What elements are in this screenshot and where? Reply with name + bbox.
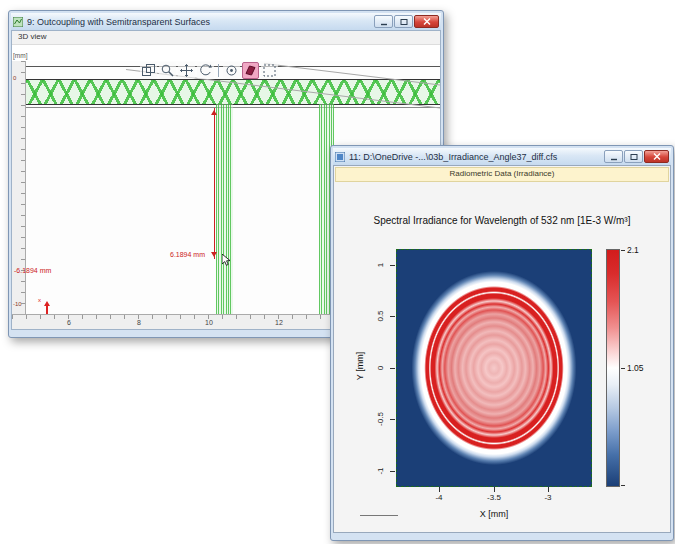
chart-title: Spectral Irradiance for Wavelength of 53… — [334, 215, 670, 226]
y-tick-label: -1 — [376, 461, 388, 481]
close-button[interactable] — [414, 15, 439, 28]
rotate-icon[interactable] — [197, 62, 214, 79]
plot-area: Y [mm] 1 0.5 0 -0.5 -1 -4 -3 — [334, 239, 670, 529]
measurement-value-left: -6.1894 mm — [14, 267, 51, 274]
axis-x-label: x — [38, 297, 41, 303]
x-axis-label: X [mm] — [396, 509, 592, 519]
result-content: Spectral Irradiance for Wavelength of 53… — [334, 199, 670, 532]
copy-view-icon[interactable] — [140, 62, 157, 79]
y-tick-mark — [390, 368, 395, 369]
window-irradiance: 11: D:\OneDrive -...\03b_Irradiance_Angl… — [330, 145, 674, 541]
y-tick-mark — [390, 471, 395, 472]
y-tick-label: 0.5 — [376, 306, 388, 326]
maximize-button[interactable] — [624, 150, 643, 163]
x-tick-mark — [494, 487, 495, 492]
marquee-selection-icon[interactable] — [261, 62, 278, 79]
window-icon — [335, 152, 345, 162]
coordinate-axes: x z — [34, 297, 68, 315]
view-toolbar — [140, 61, 278, 79]
colorbar-tick-mark — [621, 368, 625, 369]
x-tick-mark — [548, 487, 549, 492]
minimize-button[interactable] — [604, 150, 623, 163]
radiometric-data-banner: Radiometric Data (Irradiance) — [335, 167, 669, 182]
maximize-button[interactable] — [394, 15, 413, 28]
h-ruler-tick: 12 — [271, 319, 287, 326]
h-ruler-tick: 8 — [131, 319, 147, 326]
y-tick-mark — [390, 316, 395, 317]
titlebar-ray-window[interactable]: 9: Outcoupling with Semitransparent Surf… — [11, 13, 441, 30]
window-title: 11: D:\OneDrive -...\03b_Irradiance_Angl… — [349, 152, 600, 162]
colorbar-tick-mark — [621, 485, 625, 486]
y-tick-label: 1 — [376, 255, 388, 275]
x-tick-label: -4 — [422, 493, 456, 502]
h-ruler-tick: 6 — [61, 319, 77, 326]
y-tick-label: 0 — [376, 358, 388, 378]
window-title: 9: Outcoupling with Semitransparent Surf… — [27, 17, 370, 27]
fit-view-icon[interactable] — [223, 62, 240, 79]
y-tick-mark — [390, 419, 395, 420]
h-ruler-tick: 10 — [201, 319, 217, 326]
ruler-unit-label: [mm] — [13, 52, 27, 59]
mouse-cursor — [222, 254, 232, 266]
y-tick-mark — [390, 265, 395, 266]
zoom-icon[interactable] — [159, 62, 176, 79]
measurement-line — [214, 108, 215, 259]
minimize-button[interactable] — [374, 15, 393, 28]
colorbar-mid-label: 1.05 — [627, 363, 644, 373]
select-region-icon[interactable] — [242, 62, 259, 79]
vertical-ruler: 0 -10 — [12, 61, 26, 315]
measurement-value: 6.1894 mm — [170, 251, 205, 258]
colorbar — [606, 249, 620, 487]
irradiance-heatmap[interactable] — [396, 249, 592, 487]
titlebar-irradiance-window[interactable]: 11: D:\OneDrive -...\03b_Irradiance_Angl… — [333, 148, 671, 165]
view-menu[interactable]: 3D view — [12, 31, 440, 45]
x-tick-label: -3 — [531, 493, 565, 502]
toolbar-separator — [218, 64, 219, 77]
close-button[interactable] — [644, 150, 669, 163]
colorbar-tick-mark — [621, 250, 625, 251]
scale-indicator-line — [360, 515, 398, 516]
view-menu-label[interactable]: 3D view — [18, 32, 46, 41]
pan-icon[interactable] — [178, 62, 195, 79]
y-tick-label: -0.5 — [376, 409, 388, 429]
x-tick-mark — [439, 487, 440, 492]
substrate-surface-line — [26, 107, 440, 108]
ray-bundle-left — [216, 104, 233, 315]
x-tick-label: -3.5 — [477, 493, 511, 502]
window-icon — [13, 17, 23, 27]
v-ruler-tick: 0 — [13, 75, 16, 81]
colorbar-max-label: 2.1 — [627, 245, 639, 255]
y-axis-label: Y [mm] — [355, 346, 365, 386]
v-ruler-tick: -10 — [13, 301, 22, 307]
